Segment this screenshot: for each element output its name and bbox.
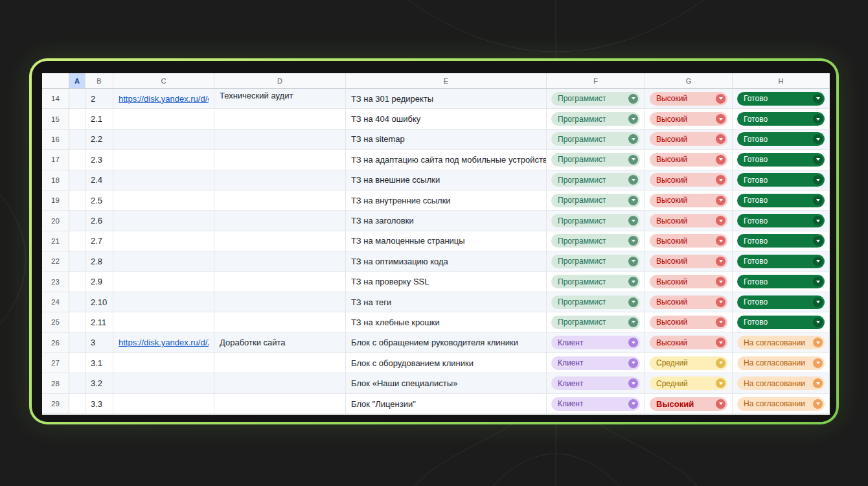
status-dropdown[interactable]: Готово [737,214,825,227]
cell-e[interactable]: ТЗ на проверку SSL [346,272,547,292]
cell-f[interactable]: Программист [547,231,645,251]
cell-e[interactable]: ТЗ на оптимизацию кода [346,251,547,272]
cell-link[interactable]: https://disk.yandex.ru/d/Z [119,338,209,347]
priority-dropdown[interactable]: Высокий [650,194,727,207]
cell-h[interactable]: На согласовании [733,373,830,393]
cell-b[interactable]: 2.6 [86,211,113,231]
cell-b[interactable]: 3.2 [86,373,113,393]
cell-c[interactable]: https://disk.yandex.ru/d/Z [113,333,214,353]
priority-dropdown[interactable]: Высокий [650,295,727,309]
row-number[interactable]: 21 [42,231,69,251]
cell-d[interactable] [214,130,346,150]
priority-dropdown[interactable]: Высокий [650,153,727,167]
cell-a[interactable] [69,170,86,191]
column-header-E[interactable]: E [346,73,547,89]
cell-c[interactable] [113,394,214,414]
column-header-F[interactable]: F [547,73,645,89]
cell-c[interactable] [113,292,214,312]
priority-dropdown[interactable]: Высокий [650,173,727,187]
cell-a[interactable] [69,211,86,231]
cell-f[interactable]: Программист [547,89,645,109]
cell-d[interactable] [214,211,346,231]
cell-a[interactable] [69,292,86,312]
cell-a[interactable] [69,109,86,129]
cell-f[interactable]: Программист [547,109,645,129]
assignee-dropdown[interactable]: Программист [551,234,640,248]
row-number[interactable]: 23 [42,272,69,292]
cell-f[interactable]: Программист [547,130,645,150]
row-number[interactable]: 28 [42,373,69,393]
cell-d[interactable] [214,109,346,129]
status-dropdown[interactable]: Готово [737,132,825,146]
cell-c[interactable]: https://disk.yandex.ru/d/e [113,89,214,109]
cell-h[interactable]: Готово [733,251,830,272]
assignee-dropdown[interactable]: Программист [551,112,640,126]
cell-c[interactable] [113,373,214,393]
cell-f[interactable]: Клиент [547,333,645,353]
cell-e[interactable]: ТЗ на внутренние ссылки [346,191,547,211]
cell-d[interactable] [214,272,346,292]
priority-dropdown[interactable]: Высокий [650,112,727,126]
cell-c[interactable] [113,191,214,211]
priority-dropdown[interactable]: Высокий [650,255,727,268]
row-number[interactable]: 15 [42,109,69,129]
cell-d[interactable] [214,394,346,414]
cell-f[interactable]: Программист [547,191,645,211]
cell-a[interactable] [69,312,86,332]
priority-dropdown[interactable]: Высокий [650,397,727,411]
cell-g[interactable]: Высокий [645,272,733,292]
cell-f[interactable]: Программист [547,211,645,231]
cell-g[interactable]: Высокий [645,394,733,414]
cell-d[interactable] [214,353,346,373]
cell-e[interactable]: ТЗ на хлебные крошки [346,312,547,332]
cell-a[interactable] [69,353,86,373]
cell-c[interactable] [113,150,214,170]
priority-dropdown[interactable]: Высокий [650,316,727,329]
cell-b[interactable]: 2.2 [86,130,113,150]
cell-h[interactable]: Готово [733,211,830,231]
cell-b[interactable]: 3.3 [86,394,113,414]
assignee-dropdown[interactable]: Программист [551,275,640,288]
cell-g[interactable]: Высокий [645,312,733,332]
cell-g[interactable]: Высокий [645,231,733,251]
cell-c[interactable] [113,170,214,191]
priority-dropdown[interactable]: Высокий [650,92,727,106]
assignee-dropdown[interactable]: Клиент [551,397,640,411]
cell-f[interactable]: Клиент [547,373,645,393]
assignee-dropdown[interactable]: Программист [551,316,640,329]
row-number[interactable]: 20 [42,211,69,231]
cell-c[interactable] [113,353,214,373]
column-header-C[interactable]: C [113,73,214,89]
priority-dropdown[interactable]: Средний [650,356,727,370]
assignee-dropdown[interactable]: Программист [551,92,640,106]
cell-h[interactable]: Готово [733,312,830,332]
cell-a[interactable] [69,89,86,109]
priority-dropdown[interactable]: Высокий [650,275,727,288]
cell-b[interactable]: 2.8 [86,251,113,272]
cell-g[interactable]: Высокий [645,150,733,170]
cell-a[interactable] [69,333,86,353]
column-header-A[interactable]: A [69,73,86,89]
status-dropdown[interactable]: Готово [737,255,825,268]
cell-h[interactable]: Готово [733,150,830,170]
cell-a[interactable] [69,191,86,211]
cell-a[interactable] [69,373,86,393]
cell-d[interactable] [214,150,346,170]
column-header-D[interactable]: D [214,73,346,89]
assignee-dropdown[interactable]: Программист [551,173,640,187]
cell-g[interactable]: Средний [645,373,733,393]
cell-b[interactable]: 2 [86,89,113,109]
cell-c[interactable] [113,109,214,129]
cell-b[interactable]: 2.3 [86,150,113,170]
status-dropdown[interactable]: Готово [737,194,825,207]
cell-e[interactable]: Блок «Наши специалисты» [346,373,547,393]
row-number[interactable]: 24 [42,292,69,312]
cell-d[interactable] [214,170,346,191]
status-dropdown[interactable]: Готово [737,92,825,106]
cell-e[interactable]: ТЗ на внешние ссылки [346,170,547,191]
status-dropdown[interactable]: Готово [737,295,825,309]
column-header-B[interactable]: B [86,73,113,89]
row-number[interactable]: 19 [42,191,69,211]
cell-b[interactable]: 2.9 [86,272,113,292]
cell-h[interactable]: Готово [733,272,830,292]
